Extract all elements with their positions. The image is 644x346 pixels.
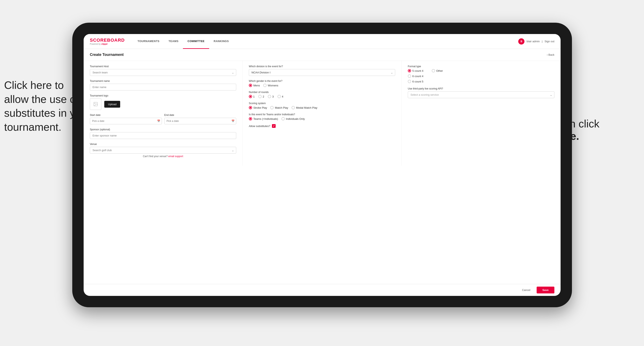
tournament-host-label: Tournament Host: [90, 65, 236, 68]
nav-rankings[interactable]: RANKINGS: [209, 34, 233, 49]
event-teams-radio[interactable]: [249, 117, 252, 120]
substitutes-checkbox[interactable]: [272, 124, 276, 128]
substitutes-group: Allow substitutes?: [249, 124, 395, 128]
scoring-match-radio[interactable]: [270, 106, 274, 109]
format-other-radio[interactable]: [432, 69, 435, 72]
format-type-label: Format type: [408, 65, 554, 68]
nav-tournaments[interactable]: TOURNAMENTS: [133, 34, 164, 49]
svg-point-3: [94, 103, 95, 104]
rounds-group: Number of rounds 1 2: [249, 91, 395, 98]
format-5count4[interactable]: 5 count 4: [408, 69, 424, 72]
annotation-line2: allow the use of: [4, 93, 79, 105]
round-2-radio[interactable]: [258, 95, 262, 98]
nav-teams[interactable]: TEAMS: [164, 34, 183, 49]
scoring-match[interactable]: Match Play: [270, 106, 288, 109]
sponsor-label: Sponsor (optional): [90, 128, 236, 131]
tournament-name-label: Tournament name: [90, 80, 236, 82]
gender-mens-radio[interactable]: [249, 84, 252, 87]
format-type-group: Format type 5 count 4 Other: [408, 65, 554, 83]
annotation-line4: tournament.: [4, 121, 62, 133]
scoring-medal-radio[interactable]: [292, 106, 295, 109]
format-6count4-radio[interactable]: [408, 74, 411, 78]
event-individuals[interactable]: Individuals Only: [282, 117, 305, 120]
tablet-screen: SCOREBOARD Powered by clippd TOURNAMENTS…: [84, 34, 560, 296]
division-select[interactable]: NCAA Division I: [249, 69, 395, 76]
rounds-options: 1 2 3 4: [249, 95, 395, 98]
back-link[interactable]: ‹ Back: [547, 53, 554, 56]
round-4[interactable]: 4: [278, 95, 283, 98]
nav-right: B blair admin | Sign out: [518, 38, 554, 44]
avatar: B: [518, 38, 524, 44]
rounds-label: Number of rounds: [249, 91, 395, 94]
round-1-radio[interactable]: [249, 95, 252, 98]
format-6count4[interactable]: 6 count 4: [408, 74, 554, 78]
gender-group: Which gender is the event for? Mens Wome…: [249, 80, 395, 87]
logo-placeholder: [90, 98, 102, 110]
tournament-name-group: Tournament name: [90, 80, 236, 91]
format-6count5-radio[interactable]: [408, 80, 411, 83]
scoring-options: Stroke Play Match Play Medal Match Play: [249, 106, 395, 109]
scoring-stroke-radio[interactable]: [249, 106, 252, 109]
substitutes-wrap: Allow substitutes?: [249, 124, 395, 128]
form-col-1: Tournament Host Tournament name Tourname…: [84, 61, 242, 166]
sign-out-link[interactable]: Sign out: [544, 40, 554, 43]
form-body: Tournament Host Tournament name Tourname…: [84, 61, 560, 166]
event-teams[interactable]: Teams (+Individuals): [249, 117, 278, 120]
scoring-system-group: Scoring system Stroke Play Match Play: [249, 102, 395, 109]
division-group: Which division is the event for? NCAA Di…: [249, 65, 395, 76]
round-2[interactable]: 2: [258, 95, 264, 98]
start-date-group: Start date: [90, 114, 162, 124]
gender-mens[interactable]: Mens: [249, 84, 260, 87]
page-content: Create Tournament ‹ Back Tournament Host…: [84, 49, 560, 284]
division-label: Which division is the event for?: [249, 65, 395, 68]
format-5count4-radio[interactable]: [408, 69, 411, 72]
annotation-line1: Click here to: [4, 79, 64, 91]
navbar: SCOREBOARD Powered by clippd TOURNAMENTS…: [84, 34, 560, 49]
scoring-medal-match[interactable]: Medal Match Play: [292, 106, 317, 109]
dates-group: Start date End date: [90, 114, 236, 124]
format-other[interactable]: Other: [432, 69, 443, 72]
form-col-2: Which division is the event for? NCAA Di…: [242, 61, 402, 166]
round-3-radio[interactable]: [268, 95, 271, 98]
scoring-system-label: Scoring system: [249, 102, 395, 105]
gender-womens[interactable]: Womens: [263, 84, 278, 87]
gender-womens-radio[interactable]: [263, 84, 266, 87]
scoring-api-group: Use third-party live scoring API? Select…: [408, 87, 554, 98]
nav-committee[interactable]: COMMITTEE: [183, 34, 209, 49]
tournament-host-input[interactable]: [90, 69, 236, 76]
venue-hint: Can't find your venue? email support: [90, 155, 236, 158]
page-title: Create Tournament: [90, 53, 124, 57]
logo-area: SCOREBOARD Powered by clippd: [90, 37, 125, 45]
event-type-options: Teams (+Individuals) Individuals Only: [249, 117, 395, 120]
sponsor-group: Sponsor (optional): [90, 128, 236, 139]
round-1[interactable]: 1: [249, 95, 254, 98]
sponsor-input[interactable]: [90, 132, 236, 139]
end-date-label: End date: [164, 114, 236, 117]
venue-group: Venue Can't find your venue? email suppo…: [90, 143, 236, 158]
cancel-button[interactable]: Cancel: [519, 287, 534, 293]
upload-button[interactable]: Upload: [104, 101, 120, 108]
scoring-api-select[interactable]: Select a scoring service: [408, 91, 554, 98]
start-date-label: Start date: [90, 114, 162, 117]
scoring-api-label: Use third-party live scoring API?: [408, 87, 554, 90]
substitutes-label: Allow substitutes?: [249, 125, 270, 128]
venue-label: Venue: [90, 143, 236, 146]
logo-upload-area: Upload: [90, 98, 236, 110]
venue-input[interactable]: [90, 147, 236, 154]
end-date-input[interactable]: [164, 118, 236, 124]
event-individuals-radio[interactable]: [282, 117, 285, 120]
footer-bar: Cancel Save: [84, 284, 560, 296]
round-3[interactable]: 3: [268, 95, 274, 98]
gender-options: Mens Womens: [249, 84, 395, 87]
save-button[interactable]: Save: [537, 287, 554, 293]
page-header: Create Tournament ‹ Back: [84, 49, 560, 61]
event-type-label: Is this event for Teams and/or Individua…: [249, 113, 395, 116]
tournament-logo-group: Tournament logo Upload: [90, 94, 236, 110]
scoring-stroke[interactable]: Stroke Play: [249, 106, 267, 109]
round-4-radio[interactable]: [278, 95, 281, 98]
nav-links: TOURNAMENTS TEAMS COMMITTEE RANKINGS: [133, 34, 518, 49]
format-6count5[interactable]: 6 count 5: [408, 80, 554, 83]
tournament-name-input[interactable]: [90, 84, 236, 91]
venue-email-link[interactable]: email support: [168, 155, 183, 158]
start-date-input[interactable]: [90, 118, 162, 124]
